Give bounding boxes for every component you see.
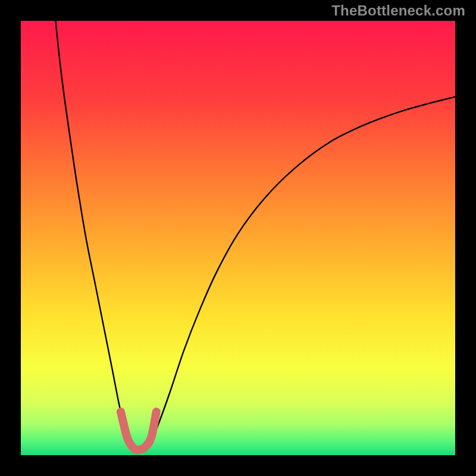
chart-frame: { "watermark": "TheBottleneck.com", "cha… (0, 0, 476, 476)
watermark-text: TheBottleneck.com (331, 2, 465, 19)
bottleneck-chart (0, 0, 476, 476)
